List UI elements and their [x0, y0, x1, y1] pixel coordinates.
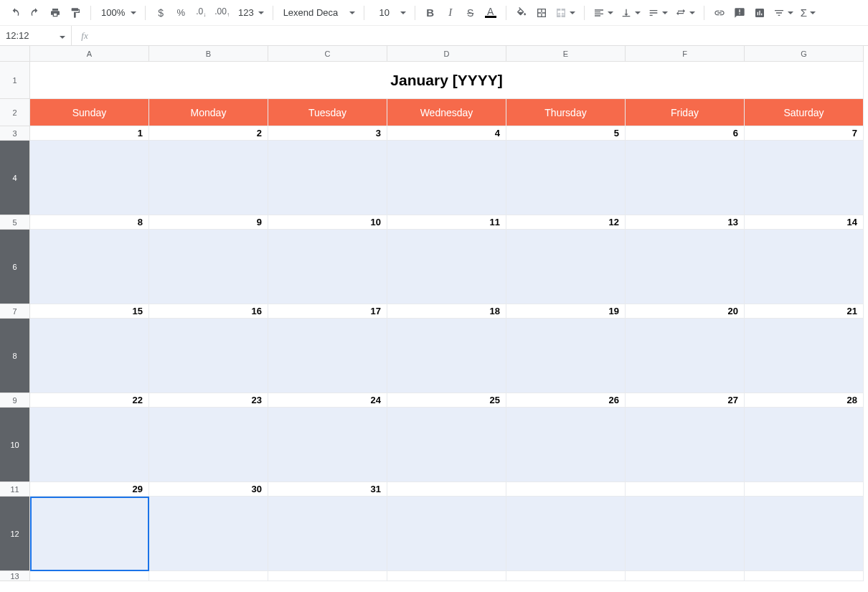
empty-cell[interactable] — [626, 571, 745, 581]
empty-cell[interactable] — [745, 571, 864, 581]
insert-comment-button[interactable] — [730, 4, 749, 22]
fill-color-button[interactable] — [512, 4, 531, 22]
italic-button[interactable]: I — [441, 4, 460, 22]
day-body-cell[interactable] — [268, 230, 387, 304]
day-body-cell[interactable] — [506, 497, 626, 571]
day-body-cell[interactable] — [626, 230, 745, 304]
column-header[interactable]: E — [506, 46, 626, 62]
day-body-cell[interactable] — [268, 497, 387, 571]
filter-dropdown[interactable] — [770, 4, 796, 22]
name-box[interactable]: 12:12 — [0, 26, 72, 45]
row-header[interactable]: 1 — [0, 62, 30, 99]
more-formats-dropdown[interactable]: 123 — [234, 4, 267, 22]
day-number-cell[interactable]: 20 — [626, 304, 745, 319]
format-percent-button[interactable]: % — [171, 4, 190, 22]
day-header[interactable]: Saturday — [745, 99, 864, 126]
day-number-cell[interactable] — [626, 482, 745, 497]
redo-button[interactable] — [26, 4, 44, 22]
column-header[interactable]: B — [149, 46, 268, 62]
day-body-cell[interactable] — [30, 319, 149, 393]
zoom-dropdown[interactable]: 100% — [97, 4, 139, 22]
day-body-cell[interactable] — [626, 408, 745, 482]
column-header[interactable]: F — [626, 46, 745, 62]
day-number-cell[interactable]: 27 — [626, 393, 745, 408]
day-body-cell[interactable] — [30, 408, 149, 482]
day-header[interactable]: Wednesday — [387, 99, 506, 126]
empty-cell[interactable] — [387, 571, 506, 581]
day-body-cell[interactable] — [626, 141, 745, 215]
day-number-cell[interactable]: 15 — [30, 304, 149, 319]
day-number-cell[interactable]: 25 — [387, 393, 506, 408]
day-body-cell[interactable] — [745, 319, 864, 393]
print-button[interactable] — [46, 4, 65, 22]
day-body-cell[interactable] — [506, 408, 626, 482]
row-header[interactable]: 2 — [0, 99, 30, 126]
formula-input[interactable] — [98, 26, 868, 45]
day-number-cell[interactable]: 28 — [745, 393, 864, 408]
day-number-cell[interactable]: 2 — [149, 126, 268, 141]
borders-button[interactable] — [532, 4, 551, 22]
day-header[interactable]: Friday — [626, 99, 745, 126]
day-body-cell[interactable] — [626, 319, 745, 393]
day-number-cell[interactable]: 13 — [626, 215, 745, 230]
day-body-cell[interactable] — [30, 230, 149, 304]
column-header[interactable]: C — [268, 46, 387, 62]
merge-cells-dropdown[interactable] — [552, 4, 578, 22]
row-header[interactable]: 12 — [0, 497, 30, 571]
day-body-cell[interactable] — [268, 141, 387, 215]
day-number-cell[interactable]: 11 — [387, 215, 506, 230]
decrease-decimal-button[interactable]: .0↓ — [192, 4, 210, 22]
day-header[interactable]: Monday — [149, 99, 268, 126]
day-number-cell[interactable]: 4 — [387, 126, 506, 141]
day-body-cell[interactable] — [268, 319, 387, 393]
calendar-title[interactable]: January [YYYY] — [30, 62, 864, 99]
insert-link-button[interactable] — [710, 4, 729, 22]
row-header[interactable]: 6 — [0, 230, 30, 304]
day-number-cell[interactable]: 6 — [626, 126, 745, 141]
text-wrap-dropdown[interactable] — [645, 4, 671, 22]
day-body-cell[interactable] — [387, 230, 506, 304]
day-number-cell[interactable] — [506, 482, 626, 497]
day-body-cell[interactable] — [387, 408, 506, 482]
empty-cell[interactable] — [268, 571, 387, 581]
bold-button[interactable]: B — [421, 4, 440, 22]
day-number-cell[interactable] — [387, 482, 506, 497]
day-number-cell[interactable]: 30 — [149, 482, 268, 497]
increase-decimal-button[interactable]: .00↑ — [212, 4, 232, 22]
strikethrough-button[interactable]: S — [461, 4, 480, 22]
text-color-button[interactable]: A — [481, 4, 500, 22]
row-header[interactable]: 9 — [0, 393, 30, 408]
row-header[interactable]: 3 — [0, 126, 30, 141]
row-header[interactable]: 11 — [0, 482, 30, 497]
day-number-cell[interactable]: 5 — [506, 126, 626, 141]
day-body-cell[interactable] — [506, 230, 626, 304]
day-number-cell[interactable]: 12 — [506, 215, 626, 230]
font-size-dropdown[interactable]: 10 — [370, 4, 409, 22]
undo-button[interactable] — [6, 4, 24, 22]
day-number-cell[interactable]: 31 — [268, 482, 387, 497]
day-number-cell[interactable] — [745, 482, 864, 497]
day-number-cell[interactable]: 21 — [745, 304, 864, 319]
day-body-cell[interactable] — [30, 497, 149, 571]
day-number-cell[interactable]: 19 — [506, 304, 626, 319]
horizontal-align-dropdown[interactable] — [590, 4, 616, 22]
day-body-cell[interactable] — [268, 408, 387, 482]
day-number-cell[interactable]: 14 — [745, 215, 864, 230]
row-header[interactable]: 13 — [0, 571, 30, 581]
day-body-cell[interactable] — [745, 497, 864, 571]
day-header[interactable]: Thursday — [506, 99, 626, 126]
day-body-cell[interactable] — [626, 497, 745, 571]
day-number-cell[interactable]: 17 — [268, 304, 387, 319]
day-body-cell[interactable] — [506, 141, 626, 215]
day-number-cell[interactable]: 3 — [268, 126, 387, 141]
day-number-cell[interactable]: 8 — [30, 215, 149, 230]
day-body-cell[interactable] — [745, 141, 864, 215]
row-header[interactable]: 10 — [0, 408, 30, 482]
column-header[interactable]: G — [745, 46, 864, 62]
text-rotation-dropdown[interactable] — [672, 4, 698, 22]
day-body-cell[interactable] — [149, 408, 268, 482]
day-number-cell[interactable]: 23 — [149, 393, 268, 408]
font-family-dropdown[interactable]: Lexend Deca — [279, 4, 358, 22]
day-number-cell[interactable]: 18 — [387, 304, 506, 319]
day-body-cell[interactable] — [30, 141, 149, 215]
